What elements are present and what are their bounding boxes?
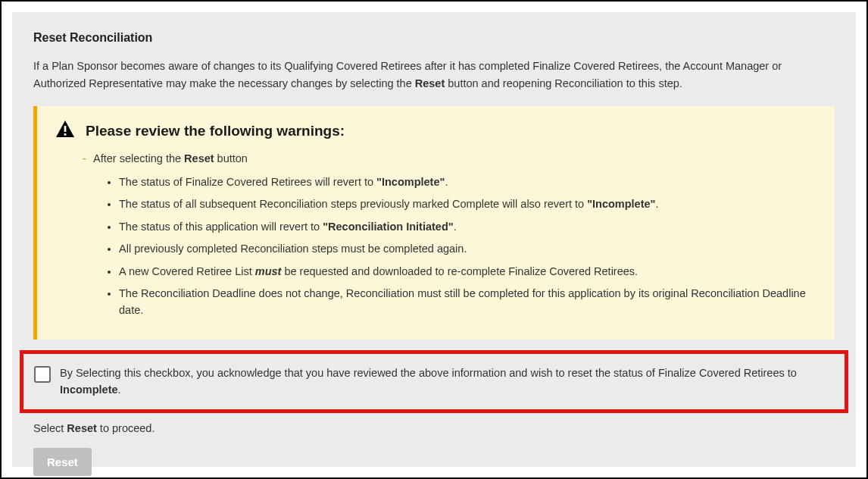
proceed-post: to proceed. [97, 422, 155, 434]
intro-bold: Reset [415, 77, 445, 89]
proceed-bold: Reset [67, 422, 97, 434]
list-item: The status of this application will reve… [119, 218, 816, 235]
warning-box: Please review the following warnings: - … [33, 106, 835, 340]
reset-button[interactable]: Reset [33, 448, 92, 476]
ack-bold: Incomplete [60, 384, 118, 396]
ack-post: . [118, 384, 121, 396]
must-emphasis: must [255, 265, 282, 277]
intro-paragraph: If a Plan Sponsor becomes aware of chang… [33, 58, 835, 92]
warning-body: - After selecting the Reset button The s… [55, 151, 816, 319]
dash-icon: - [83, 151, 86, 167]
lead-post: button [214, 152, 248, 164]
ack-pre: By Selecting this checkbox, you acknowle… [60, 367, 797, 379]
reset-reconciliation-panel: Reset Reconciliation If a Plan Sponsor b… [12, 12, 856, 467]
warning-triangle-icon [55, 120, 75, 143]
list-item: A new Covered Retiree List must be reque… [119, 263, 816, 280]
ack-text: By Selecting this checkbox, you acknowle… [60, 365, 834, 399]
page-title: Reset Reconciliation [33, 29, 835, 47]
lead-pre: After selecting the [93, 152, 184, 164]
lead-bold: Reset [184, 152, 214, 164]
warning-header: Please review the following warnings: [55, 120, 816, 143]
svg-rect-0 [64, 126, 67, 132]
outer-frame: Reset Reconciliation If a Plan Sponsor b… [0, 0, 868, 479]
proceed-pre: Select [33, 422, 67, 434]
proceed-instruction: Select Reset to proceed. [33, 421, 835, 437]
list-item: The Reconciliation Deadline does not cha… [119, 285, 816, 319]
ack-checkbox[interactable] [34, 366, 51, 383]
warning-list: The status of Finalize Covered Retirees … [93, 174, 816, 319]
warning-heading: Please review the following warnings: [86, 121, 345, 142]
list-item: The status of Finalize Covered Retirees … [119, 174, 816, 190]
warning-lead-line: - After selecting the Reset button [93, 151, 816, 167]
acknowledgement-highlight: By Selecting this checkbox, you acknowle… [20, 350, 848, 413]
list-item: All previously completed Reconciliation … [119, 240, 816, 257]
intro-post: button and reopening Reconciliation to t… [445, 77, 682, 89]
svg-rect-1 [64, 133, 67, 136]
list-item: The status of all subsequent Reconciliat… [119, 196, 816, 212]
